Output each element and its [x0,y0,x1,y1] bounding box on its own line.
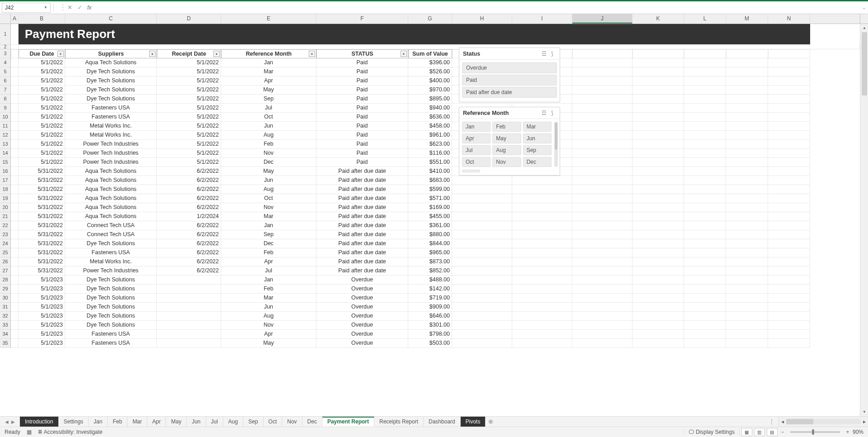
tabs-options-icon[interactable]: ⋮ [765,417,778,427]
cell[interactable] [11,67,19,76]
column-header[interactable]: K [632,14,684,24]
cell-receipt-date[interactable]: 5/1/2022 [157,131,221,140]
sheet-tab[interactable]: Jul [206,417,223,427]
sheet-tab[interactable]: Aug [223,417,243,427]
col-receipt-date[interactable]: Receipt Date▼ [157,49,221,58]
cell[interactable] [11,131,19,140]
cell-receipt-date[interactable]: 5/1/2022 [157,86,221,95]
cell-due-date[interactable]: 5/1/2023 [19,276,65,285]
cell-receipt-date[interactable]: 5/1/2022 [157,158,221,167]
cell-supplier[interactable]: Power Tech Industries [65,140,157,149]
row-header[interactable]: 33 [0,321,11,330]
cell-ref-month[interactable]: Jun [221,176,316,185]
scroll-thumb[interactable] [862,32,867,95]
cell[interactable] [11,212,19,221]
cell[interactable] [11,248,19,257]
cell-value[interactable]: $571.00 [408,194,452,203]
row-header[interactable]: 10 [0,113,11,122]
cell-receipt-date[interactable]: 6/2/2022 [157,194,221,203]
view-page-break-button[interactable]: ▤ [767,428,778,436]
cell-value[interactable]: $458.00 [408,122,452,131]
scroll-down-icon[interactable]: ▼ [862,409,867,415]
cell[interactable] [11,86,19,95]
row-header[interactable]: 34 [0,330,11,339]
sheet-tab[interactable]: Pivots [461,417,486,427]
cell-status[interactable]: Paid after due date [316,167,408,176]
row-header[interactable]: 29 [0,285,11,294]
cell[interactable] [11,266,19,276]
cell-status[interactable]: Paid after due date [316,221,408,230]
cell-value[interactable]: $116.00 [408,149,452,158]
cell-due-date[interactable]: 5/1/2022 [19,58,65,67]
cell[interactable] [11,330,19,339]
sheet-tab[interactable]: Dec [302,417,322,427]
sheet-tab[interactable]: Receipts Report [374,417,424,427]
cell-receipt-date[interactable]: 6/2/2022 [157,185,221,194]
clear-filter-icon[interactable]: ⟆ [548,110,556,116]
cell-value[interactable]: $719.00 [408,294,452,303]
cell-status[interactable]: Overdue [316,321,408,330]
cell-due-date[interactable]: 5/31/2022 [19,248,65,257]
cell[interactable] [11,158,19,167]
cell-supplier[interactable]: Connect Tech USA [65,230,157,239]
cell[interactable] [11,321,19,330]
vertical-scrollbar[interactable]: ▲ ▼ [860,24,868,416]
cell-supplier[interactable]: Dye Tech Solutions [65,294,157,303]
cell-ref-month[interactable]: Apr [221,257,316,266]
cell-value[interactable]: $683.00 [408,176,452,185]
name-box[interactable]: J42 ▼ [2,3,51,13]
cell-status[interactable]: Paid after due date [316,230,408,239]
row-header[interactable]: 35 [0,339,11,348]
slicer-blank-item[interactable] [462,170,480,172]
cell-status[interactable]: Overdue [316,285,408,294]
row-header[interactable]: 26 [0,257,11,266]
cell-due-date[interactable]: 5/1/2023 [19,312,65,321]
cell-status[interactable]: Paid after due date [316,212,408,221]
cell-ref-month[interactable]: Jan [221,58,316,67]
cell-ref-month[interactable]: May [221,167,316,176]
row-header[interactable]: 11 [0,122,11,131]
cell-receipt-date[interactable]: 6/2/2022 [157,230,221,239]
cell-status[interactable]: Paid [316,58,408,67]
status-accessibility[interactable]: ⵌAccessibility: Investigate [38,429,103,435]
slicer-item[interactable]: Nov [492,157,521,167]
report-title[interactable]: Payment Report [19,24,810,45]
cell-status[interactable]: Paid [316,131,408,140]
row-header[interactable]: 12 [0,131,11,140]
column-header[interactable]: I [512,14,572,24]
cell-status[interactable]: Paid [316,113,408,122]
cell[interactable] [11,104,19,113]
cell[interactable] [11,276,19,285]
column-header[interactable]: G [408,14,452,24]
cell-status[interactable]: Overdue [316,294,408,303]
cell-ref-month[interactable]: Apr [221,76,316,86]
cell-ref-month[interactable]: May [221,86,316,95]
cell-status[interactable]: Overdue [316,303,408,312]
cell[interactable] [11,339,19,348]
cell-value[interactable]: $961.00 [408,131,452,140]
cell-supplier[interactable]: Fasteners USA [65,248,157,257]
row-header[interactable]: 9 [0,104,11,113]
slicer-item[interactable]: Apr [462,133,491,143]
cell-supplier[interactable]: Power Tech Industries [65,158,157,167]
cell-ref-month[interactable]: Oct [221,194,316,203]
cell-receipt-date[interactable]: 5/1/2022 [157,95,221,104]
sheet-tab[interactable]: Payment Report [322,417,374,427]
cell-due-date[interactable]: 5/31/2022 [19,176,65,185]
row-header[interactable]: 30 [0,294,11,303]
row-header[interactable]: 16 [0,167,11,176]
cell-ref-month[interactable]: Jul [221,104,316,113]
cell-ref-month[interactable]: Nov [221,149,316,158]
cell-supplier[interactable]: Aqua Tech Solutions [65,185,157,194]
cell-ref-month[interactable]: Jan [221,276,316,285]
cell-receipt-date[interactable]: 6/2/2022 [157,167,221,176]
row-header[interactable]: 21 [0,212,11,221]
expand-formula-bar-icon[interactable]: ⌄ [860,5,868,10]
cell-supplier[interactable]: Power Tech Industries [65,266,157,276]
row-header[interactable]: 7 [0,86,11,95]
cell-status[interactable]: Paid [316,86,408,95]
filter-dropdown-icon[interactable]: ▼ [309,51,315,57]
cell-ref-month[interactable]: Nov [221,203,316,212]
cell-supplier[interactable]: Metal Works Inc. [65,122,157,131]
cell-receipt-date[interactable] [157,276,221,285]
